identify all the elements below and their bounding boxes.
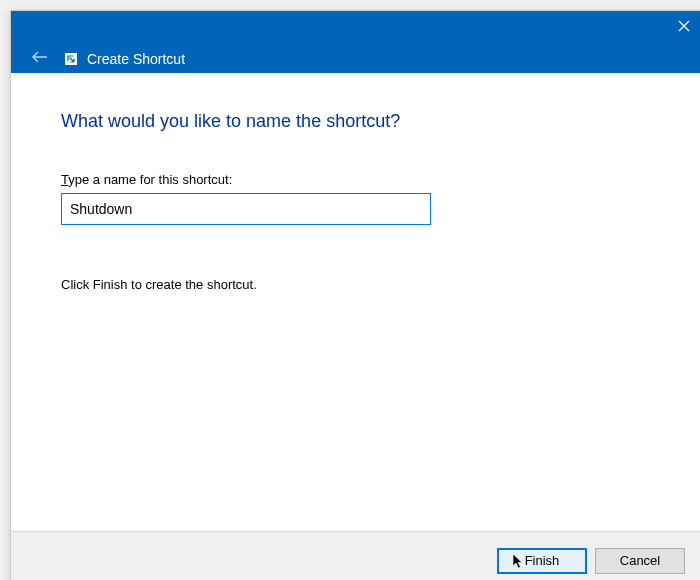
help-text: Click Finish to create the shortcut.	[61, 277, 659, 292]
dialog-header: Create Shortcut	[11, 11, 700, 73]
shortcut-name-input[interactable]	[61, 193, 431, 225]
back-button[interactable]	[29, 51, 51, 67]
cursor-icon	[512, 553, 524, 574]
cancel-button[interactable]: Cancel	[595, 548, 685, 574]
shortcut-icon	[65, 53, 77, 65]
close-icon	[678, 18, 690, 36]
dialog-body: What would you like to name the shortcut…	[11, 73, 700, 531]
cancel-label: Cancel	[620, 553, 660, 568]
label-text: ype a name for this shortcut:	[68, 172, 232, 187]
header-nav: Create Shortcut	[11, 11, 185, 67]
close-button[interactable]	[659, 11, 700, 43]
finish-button[interactable]: Finish	[497, 548, 587, 574]
back-arrow-icon	[31, 50, 49, 68]
shortcut-name-label: Type a name for this shortcut:	[61, 172, 659, 187]
dialog-title: Create Shortcut	[87, 51, 185, 67]
finish-label: Finish	[525, 553, 560, 568]
page-heading: What would you like to name the shortcut…	[61, 111, 659, 132]
create-shortcut-dialog: Create Shortcut What would you like to n…	[10, 10, 700, 580]
dialog-footer: Finish Cancel	[11, 531, 700, 580]
